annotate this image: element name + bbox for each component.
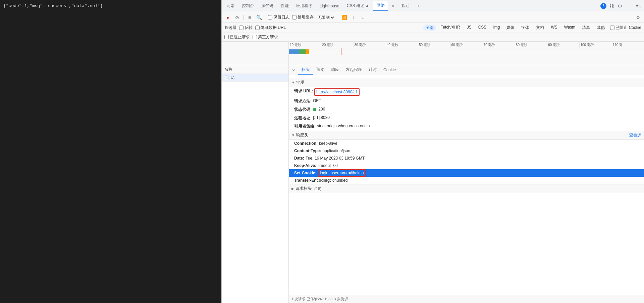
set-cookie-key: Set-Cookie: [294, 171, 317, 175]
detail-tab-response[interactable]: 响应 [328, 66, 342, 75]
connect-icon[interactable]: ⛓ [608, 3, 615, 9]
detail-tab-cookie[interactable]: Cookie [380, 66, 399, 74]
response-headers-title: 响应头 [296, 132, 308, 138]
tab-application[interactable]: 应用程序 [293, 1, 316, 11]
timeline-bar: 10 毫秒 20 毫秒 30 毫秒 40 毫秒 50 毫秒 60 毫秒 70 毫… [222, 42, 644, 65]
tab-sources[interactable]: 源代码 [258, 1, 277, 11]
blocked-requests-checkbox[interactable]: 已阻止请求 [224, 34, 250, 40]
toolbar-separator-2 [265, 15, 265, 20]
status-dot [313, 108, 316, 111]
tab-performance[interactable]: 性能 [277, 1, 292, 11]
request-method-row: 请求方法: GET [289, 97, 644, 105]
search-icon-button[interactable]: 🔍 [256, 14, 262, 21]
more-options-icon[interactable]: ⋯ [625, 3, 632, 9]
detail-tab-preview[interactable]: 预览 [313, 66, 328, 75]
remote-address-key: 远程地址: [294, 115, 312, 121]
tab-add[interactable]: + [414, 2, 423, 10]
record-button[interactable]: ● [224, 14, 231, 21]
content-type-key: Content-Type: [294, 148, 321, 153]
tab-css-overview[interactable]: CSS 概述 ▲ [343, 1, 373, 11]
response-headers-section-header[interactable]: ▼ 响应头 查看源 [289, 131, 644, 140]
filter-css[interactable]: CSS [476, 25, 489, 31]
detail-tab-headers[interactable]: 标头 [298, 66, 313, 75]
filter-manifest[interactable]: 清单 [579, 25, 593, 31]
throttle-select-wrapper[interactable]: 无限制 [316, 15, 335, 20]
settings-gear-icon[interactable]: ⚙ [616, 3, 624, 9]
network-settings-icon[interactable]: ⚙ [635, 14, 641, 21]
timeline-request-row [289, 48, 644, 55]
referrer-policy-key: 引用者策略: [294, 124, 316, 129]
tick-70ms: 70 毫秒 [483, 42, 515, 48]
devtools-tab-bar: 元素 控制台 源代码 性能 应用程序 Lighthouse CSS 概述 ▲ 网… [222, 0, 644, 12]
toolbar-separator-1 [243, 15, 244, 20]
keep-alive-key: Keep-Alive: [294, 163, 316, 168]
filter-type-buttons: 全部 Fetch/XHR JS CSS Img 媒体 字体 文档 WS Wasm… [423, 25, 641, 31]
throttle-select[interactable]: 无限制 [316, 15, 335, 20]
wifi-icon[interactable]: 📶 [341, 14, 347, 21]
filter-img[interactable]: Img [490, 25, 502, 31]
request-url-text: http://localhost:8080/c1 [316, 90, 358, 94]
hide-data-urls-checkbox[interactable]: 隐藏数据 URL [255, 25, 286, 31]
tick-90ms: 90 毫秒 [547, 42, 579, 48]
tab-console[interactable]: 控制台 [238, 1, 257, 11]
request-method-key: 请求方法: [294, 98, 312, 104]
tab-network-close[interactable]: × [389, 2, 397, 10]
tick-80ms: 80 毫秒 [515, 42, 547, 48]
detail-tab-timing[interactable]: 计时 [365, 66, 380, 75]
status-bar: 1 次请求 已传输247 B 38 B 条资源 [289, 295, 644, 303]
detail-close-button[interactable]: × [290, 67, 297, 74]
filter-wasm[interactable]: Wasm [561, 25, 578, 31]
remote-address-value: [::1]:8080 [313, 115, 330, 120]
filter-js[interactable]: JS [464, 25, 474, 31]
filter-doc[interactable]: 文档 [533, 25, 547, 31]
view-source-link[interactable]: 查看源 [629, 132, 641, 138]
bar-ttfb [289, 49, 299, 54]
filter-media[interactable]: 媒体 [504, 25, 517, 31]
reverse-checkbox[interactable]: 反转 [239, 25, 253, 31]
tick-10ms: 10 毫秒 [289, 42, 321, 48]
preserve-log-checkbox[interactable]: 保留日志 [268, 14, 289, 20]
blocked-cookies-checkbox[interactable]: 已阻止 Cookie [610, 25, 641, 31]
general-section-title: 常规 [296, 80, 304, 85]
date-row: Date: Tue, 16 May 2023 03:19:59 GMT [289, 155, 644, 162]
filter-bar-2: 已阻止请求 第三方请求 [222, 33, 644, 42]
bar-waiting [306, 49, 309, 54]
detail-panel: × 标头 预览 响应 发起程序 计时 Cookie ▼ 常规 请求 URL: [289, 65, 644, 303]
third-party-checkbox[interactable]: 第三方请求 [253, 34, 278, 40]
stop-recording-button[interactable]: ⊘ [234, 14, 240, 21]
transfer-encoding-key: Transfer-Encoding: [294, 178, 331, 183]
tab-elements[interactable]: 元素 [223, 1, 238, 11]
download-icon[interactable]: ↓ [360, 14, 366, 21]
notification-badge[interactable]: 6 [600, 3, 606, 9]
timeline-scale: 10 毫秒 20 毫秒 30 毫秒 40 毫秒 50 毫秒 60 毫秒 70 毫… [289, 42, 644, 48]
request-headers-section-header[interactable]: ▶ 请求标头 (16) [289, 184, 644, 193]
tab-welcome[interactable]: 欢迎 [398, 1, 413, 11]
timeline-marker [341, 48, 341, 55]
bar-download [299, 49, 306, 54]
status-code-row: 状态代码: 200 [289, 105, 644, 114]
tab-network[interactable]: 网络 [373, 1, 388, 11]
set-cookie-value: login_username=itheima [318, 171, 366, 175]
filter-all[interactable]: 全部 [423, 25, 436, 31]
upload-icon[interactable]: ↑ [350, 14, 357, 21]
filter-fetch-xhr[interactable]: Fetch/XHR [438, 25, 463, 31]
content-type-row: Content-Type: application/json [289, 147, 644, 155]
disable-cache-checkbox[interactable]: 禁用缓存 [292, 14, 314, 20]
filter-icon-button[interactable]: ≡ [246, 14, 253, 21]
request-headers-arrow: ▶ [291, 187, 294, 190]
toolbar-separator-3 [338, 15, 338, 20]
tick-60ms: 60 毫秒 [450, 42, 482, 48]
referrer-policy-value: strict-origin-when-cross-origin [317, 124, 370, 128]
filter-font[interactable]: 字体 [519, 25, 532, 31]
filter-ws[interactable]: WS [548, 25, 560, 31]
request-item-c1[interactable]: 📄 c1 [222, 74, 288, 82]
request-bar [289, 49, 316, 54]
tab-lighthouse[interactable]: Lighthouse [316, 2, 343, 10]
general-section-header[interactable]: ▼ 常规 [289, 78, 644, 87]
filter-other[interactable]: 其他 [594, 25, 607, 31]
detail-tab-initiator[interactable]: 发起程序 [342, 66, 365, 75]
response-headers-arrow: ▼ [291, 133, 295, 137]
transfer-encoding-row: Transfer-Encoding: chunked [289, 177, 644, 184]
network-main: 名称 📄 c1 × 标头 预览 响应 发起程序 计时 Cookie [222, 65, 644, 303]
request-list: 名称 📄 c1 [222, 65, 289, 303]
